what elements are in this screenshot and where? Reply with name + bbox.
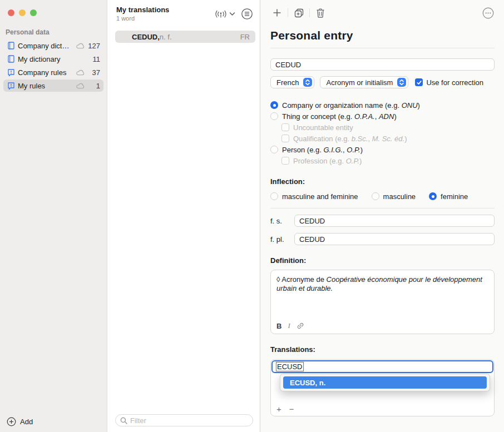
sidebar: Personal data Company dict… 127 My dicti… [0,0,107,432]
book-icon [7,41,18,50]
word-text: CEDUD, [132,33,160,41]
definition-label: Definition: [270,256,495,265]
translations-table: ECUSD ECUSD, n. + − [270,359,495,416]
select-chevrons-icon [397,78,406,87]
window-controls [0,0,107,16]
autocomplete-dropdown: ECUSD, n. [280,374,490,391]
add-button-label: Add [20,418,33,426]
word-list-item-cedud[interactable]: CEDUD, n. f. FR [115,31,255,43]
more-options-button[interactable] [481,7,495,19]
use-for-correction-checkbox[interactable]: Use for correction [415,78,483,87]
rules-icon [7,81,18,90]
close-window-button[interactable] [8,9,14,16]
category-select[interactable]: Acronym or initialism [320,76,408,88]
chevron-down-icon [229,12,235,16]
item-count: 11 [88,55,100,63]
page-title: Personal entry [270,29,495,42]
list-title: My translations [116,6,215,14]
book-icon [7,54,18,63]
definition-text: ◊ Acronyme de Coopérative économique pou… [276,275,488,293]
cloud-icon [72,69,85,76]
select-chevrons-icon [303,78,312,87]
translations-label: Translations: [270,345,495,354]
magnifier-icon [120,417,127,424]
item-count: 127 [88,42,100,50]
new-entry-button[interactable] [270,7,284,19]
radio-icon [270,112,278,120]
add-button[interactable]: Add [0,417,107,432]
autocomplete-suggestion[interactable]: ECUSD, n. [283,376,487,389]
sidebar-item-company-rules[interactable]: Company rules 37 [3,66,103,78]
checkbox-icon [281,123,289,131]
filter-input[interactable] [130,416,248,425]
item-count: 1 [88,82,100,90]
zoom-window-button[interactable] [30,9,37,16]
type-radio-person[interactable]: Person (e.g. G.I.G., O.P.) [270,144,495,155]
language-select[interactable]: French [270,76,314,88]
checkbox-icon [281,157,289,165]
entry-word-input[interactable] [270,58,495,71]
checkbox-checked-icon [415,78,423,86]
sidebar-item-label: Company rules [18,68,72,77]
radio-selected-icon [270,101,278,109]
filter-field [115,414,253,426]
title-divider [270,48,495,48]
cloud-icon [72,43,85,49]
inflection-radio-feminine[interactable] [429,192,437,200]
word-list-column: My translations 1 word [107,0,260,432]
list-word-count: 1 word [116,15,215,22]
link-button[interactable] [297,322,304,330]
duplicate-entry-button[interactable] [292,7,305,19]
type-radio-thing-or-concept[interactable]: Thing or concept (e.g. O.P.A., ADN) [270,111,495,122]
feminine-plural-label: f. pl. [270,235,294,244]
italic-button[interactable]: I [288,321,290,330]
feminine-singular-label: f. s. [270,217,294,225]
translation-input[interactable]: ECUSD [276,362,304,371]
add-circle-icon [7,417,16,426]
uncountable-entity-checkbox[interactable]: Uncountable entity [270,122,495,133]
view-options-button[interactable] [241,8,253,20]
sidebar-item-company-dictionary[interactable]: Company dict… 127 [3,39,103,52]
rules-icon [7,68,18,77]
checkbox-icon [281,135,289,142]
inflection-radio-masculine[interactable] [372,192,379,200]
type-radio-company-name[interactable]: Company or organization name (e.g. ONU) [270,100,495,111]
feminine-singular-input[interactable] [294,215,495,227]
add-translation-button[interactable]: + [276,405,281,413]
inflection-option-label: masculine and feminine [282,192,358,201]
inflection-option-label: feminine [441,192,468,201]
item-count: 37 [88,68,100,77]
cloud-icon [72,83,85,89]
sidebar-item-label: My rules [18,82,72,90]
sidebar-item-my-dictionary[interactable]: My dictionary 11 [3,53,103,65]
bold-button[interactable]: B [276,322,281,330]
use-for-correction-label: Use for correction [426,78,483,87]
inflection-divider [270,208,495,208]
inflection-radio-masc-fem[interactable] [270,192,278,200]
profession-checkbox[interactable]: Profession (e.g. O.P.) [270,155,495,166]
delete-entry-button[interactable] [314,7,327,19]
radio-icon [270,146,278,153]
entry-editor-panel: Personal entry French Acronym or initial… [260,0,504,432]
minimize-window-button[interactable] [19,9,26,16]
remove-translation-button[interactable]: − [289,405,294,413]
definition-editor[interactable]: ◊ Acronyme de Coopérative économique pou… [270,270,495,334]
sidebar-item-label: Company dict… [18,42,72,50]
sync-menu-button[interactable] [215,9,235,19]
inflection-option-label: masculine [383,192,416,201]
sidebar-item-label: My dictionary [18,55,72,63]
feminine-plural-input[interactable] [294,233,495,245]
word-language-badge: FR [240,33,250,41]
sidebar-item-my-rules[interactable]: My rules 1 [3,80,103,92]
broadcast-icon [215,9,227,19]
category-select-value: Acronym or initialism [326,78,393,87]
translation-editing-row[interactable]: ECUSD [271,360,493,373]
language-select-value: French [276,78,299,87]
sidebar-section-label: Personal data [0,16,107,39]
qualification-checkbox[interactable]: Qualification (e.g. b.Sc., M. Sc. éd.) [270,133,495,144]
toolbar-separator [288,8,288,17]
inflection-label: Inflection: [270,177,495,186]
word-pos: n. f. [160,33,172,41]
toolbar-separator [309,8,310,17]
